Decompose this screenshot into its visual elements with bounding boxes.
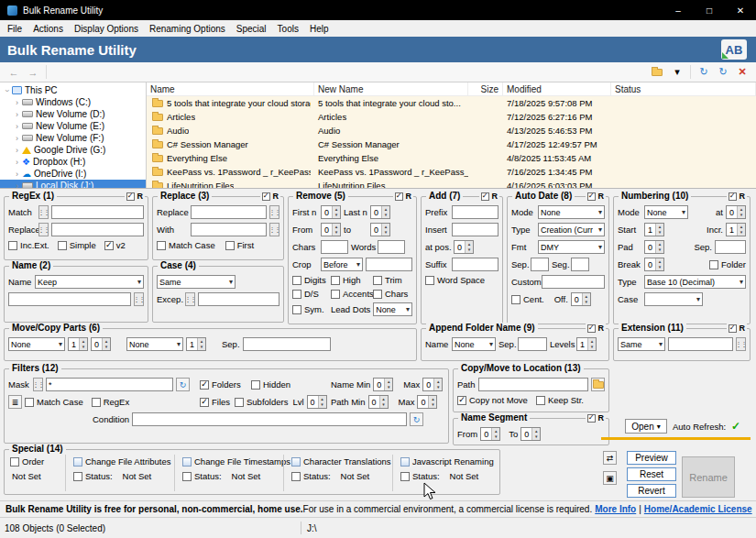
chevron-right-icon[interactable] [13, 122, 21, 131]
spinner-arrows[interactable] [737, 224, 745, 236]
cent-checkbox[interactable] [511, 295, 520, 304]
menu-help[interactable]: Help [304, 23, 334, 35]
refresh-icon[interactable]: ↻ [176, 378, 190, 391]
from-part-select[interactable]: None [8, 337, 65, 351]
name-min-stepper[interactable]: 0 [373, 378, 393, 391]
numbering-enable-checkbox[interactable] [729, 192, 737, 201]
first-n-stepper[interactable]: 0 [321, 205, 341, 219]
menu-renaming-options[interactable]: Renaming Options [144, 23, 231, 35]
column-header-status[interactable]: Status [611, 82, 756, 95]
tree-item-drive-f[interactable]: New Volume (F:) [0, 132, 146, 144]
spinner-arrows[interactable] [587, 338, 596, 350]
spinner-arrows[interactable] [332, 224, 340, 236]
keep-str-checkbox[interactable] [536, 396, 545, 405]
append-sep-input[interactable] [518, 337, 547, 351]
subfolders-checkbox[interactable] [235, 398, 244, 407]
file-timestamps-checkbox[interactable] [182, 472, 192, 481]
case-mode-select[interactable]: Same [157, 275, 236, 289]
lead-dots-select[interactable]: None [373, 302, 412, 316]
regex-enable-checkbox[interactable] [126, 192, 135, 201]
ds-checkbox[interactable] [292, 290, 301, 299]
name-max-stepper[interactable]: 0 [422, 378, 443, 391]
spinner-arrows[interactable] [381, 206, 389, 218]
name-segment-enable-checkbox[interactable] [587, 414, 596, 423]
file-row[interactable]: C# Session Manager C# Session Manager 4/… [147, 137, 756, 151]
mask-input[interactable]: * [46, 378, 173, 391]
path-input[interactable] [478, 378, 588, 391]
spinner-arrows[interactable] [655, 224, 663, 236]
refresh-icon[interactable]: ↻ [695, 64, 713, 81]
first-checkbox[interactable] [225, 241, 235, 250]
spinner-arrows[interactable] [737, 206, 745, 218]
column-header-new-name[interactable]: New Name [314, 82, 468, 95]
spinner-arrows[interactable] [433, 379, 442, 390]
date-seg-input[interactable] [571, 258, 589, 271]
folders-checkbox[interactable] [200, 380, 209, 390]
digits-checkbox[interactable] [292, 276, 301, 285]
remove-enable-checkbox[interactable] [395, 192, 403, 201]
menu-tools[interactable]: Tools [272, 23, 304, 35]
pad-stepper[interactable]: 0 [644, 240, 664, 254]
numbering-mode-select[interactable]: None [644, 205, 688, 219]
character-translations-checkbox[interactable] [291, 472, 301, 481]
spinner-arrows[interactable] [332, 206, 340, 218]
spinner-arrows[interactable] [655, 258, 663, 270]
to-stepper[interactable]: 0 [370, 223, 390, 236]
spinner-arrows[interactable] [582, 293, 590, 305]
preview-button[interactable]: Preview [627, 451, 676, 465]
chevron-right-icon[interactable] [13, 158, 21, 167]
segment-from-stepper[interactable]: 0 [480, 427, 500, 441]
extension-input[interactable] [668, 337, 733, 351]
auto-date-reset-button[interactable]: R [598, 192, 605, 201]
revert-button[interactable]: Revert [627, 484, 676, 498]
insert-input[interactable] [452, 223, 499, 236]
chevron-right-icon[interactable] [13, 110, 21, 119]
spinner-arrows[interactable] [465, 241, 473, 253]
special-chars-icon[interactable] [736, 337, 746, 351]
menu-display-options[interactable]: Display Options [69, 23, 144, 35]
javascript-renaming-checkbox[interactable] [400, 472, 410, 481]
hidden-checkbox[interactable] [251, 380, 260, 390]
file-row[interactable]: Articles Articles 7/12/2025 6:27:16 PM [147, 110, 756, 124]
mid-count-stepper[interactable]: 0 [91, 337, 111, 351]
file-attributes-checkbox[interactable] [73, 472, 82, 481]
numbering-reset-button[interactable]: R [740, 192, 746, 201]
sym-checkbox[interactable] [292, 305, 301, 314]
word-space-checkbox[interactable] [425, 276, 434, 285]
maximize-button[interactable]: □ [694, 0, 725, 20]
prefix-input[interactable] [452, 205, 499, 219]
replace-enable-checkbox[interactable] [262, 192, 270, 201]
tree-item-onedrive[interactable]: ☁ OneDrive (I:) [0, 168, 146, 180]
path-min-stepper[interactable]: 0 [368, 395, 389, 409]
check-icon[interactable]: ✓ [731, 420, 740, 433]
filter-regex-checkbox[interactable] [92, 398, 101, 407]
file-row[interactable]: Audio Audio 4/13/2025 5:46:53 PM [147, 124, 756, 137]
more-info-link[interactable]: More Info [595, 504, 636, 514]
excep-input[interactable] [198, 292, 279, 306]
chevron-right-icon[interactable] [13, 98, 21, 107]
file-row[interactable]: 5 tools that integrate your cloud storag… [147, 96, 756, 110]
tree-item-drive-c[interactable]: Windows (C:) [0, 96, 146, 108]
files-checkbox[interactable] [200, 398, 209, 407]
break-stepper[interactable]: 0 [644, 258, 664, 271]
from-stepper[interactable]: 0 [321, 223, 341, 236]
date-mode-select[interactable]: None [538, 205, 605, 219]
chevron-right-icon[interactable] [13, 170, 21, 179]
start-stepper[interactable]: 1 [644, 223, 664, 236]
chevron-right-icon[interactable] [13, 134, 21, 143]
tree-item-google-drive[interactable]: Google Drive (G:) [0, 144, 146, 156]
append-folder-enable-checkbox[interactable] [587, 324, 596, 333]
name-input[interactable] [8, 292, 131, 306]
column-header-size[interactable]: Size [468, 82, 503, 95]
at-pos-stepper[interactable]: 0 [454, 240, 474, 254]
special-chars-icon[interactable] [38, 205, 49, 219]
segment-to-stepper[interactable]: 0 [520, 427, 541, 441]
auto-date-enable-checkbox[interactable] [587, 192, 596, 201]
lvl-stepper[interactable]: 0 [307, 395, 327, 409]
incr-stepper[interactable]: 1 [726, 223, 746, 236]
clear-icon[interactable]: ✕ [733, 64, 751, 81]
crop-input[interactable] [366, 258, 412, 271]
date-type-select[interactable]: Creation (Curr [538, 223, 605, 236]
numbering-sep-input[interactable] [715, 240, 746, 254]
add-reset-button[interactable]: R [492, 192, 499, 201]
